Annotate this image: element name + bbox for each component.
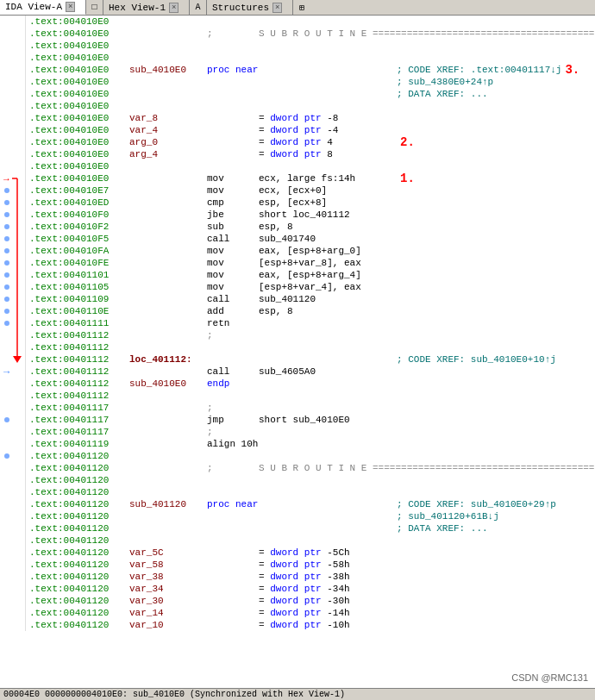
code-line[interactable]: .text:00401101moveax, [esp+8+arg_4]	[26, 269, 595, 281]
code-line[interactable]: .text:00401117;	[26, 402, 595, 414]
address: .text:00401111	[26, 317, 129, 329]
operand: = dword ptr -10h	[259, 619, 397, 631]
operand: ecx, [ecx+0]	[259, 184, 397, 197]
code-line[interactable]: .text:004010F2subesp, 8	[26, 221, 595, 233]
code-line[interactable]: .text:004010E0; S U B R O U T I N E ====…	[26, 28, 595, 40]
code-line[interactable]: .text:00401111retn	[26, 317, 595, 329]
code-line[interactable]: .text:00401112loc_401112: ; CODE XREF: s…	[26, 353, 595, 366]
code-line[interactable]: .text:00401120 ; sub_401120+61B↓j	[26, 510, 595, 522]
mnemonic: mov	[207, 257, 259, 269]
code-line[interactable]: .text:00401120var_34= dword ptr -34h	[26, 583, 595, 595]
var-def: = dword ptr -10h	[259, 620, 350, 630]
code-line[interactable]: .text:004010E0movecx, large fs:14h1.	[26, 172, 595, 184]
label: var_58	[129, 559, 207, 571]
operand: S U B R O U T I N E ====================…	[259, 462, 595, 474]
code-line[interactable]: .text:004010E0arg_4= dword ptr 8	[26, 148, 595, 160]
tab-close-structures[interactable]: ×	[272, 3, 282, 13]
address: .text:00401120	[26, 498, 129, 510]
operand: sub_4605A0	[259, 366, 397, 378]
svg-text:→: →	[3, 366, 10, 378]
code-area[interactable]: .text:004010E0.text:004010E0; S U B R O …	[26, 16, 595, 688]
code-line[interactable]: .text:004010E0 ; DATA XREF: ...	[26, 88, 595, 100]
code-line[interactable]: .text:004010F0jbeshort loc_401112	[26, 209, 595, 221]
address: .text:00401112	[26, 378, 129, 390]
code-line[interactable]: .text:00401120var_5C= dword ptr -5Ch	[26, 547, 595, 559]
code-line[interactable]: .text:004010F5callsub_401740	[26, 233, 595, 245]
code-line[interactable]: .text:00401119align 10h	[26, 438, 595, 450]
code-line[interactable]: .text:00401120var_10= dword ptr -10h	[26, 619, 595, 631]
tab-hex-view-1[interactable]: Hex View-1 ×	[103, 0, 190, 15]
address: .text:004010E0	[26, 112, 129, 124]
code-line[interactable]: .text:00401120	[26, 534, 595, 547]
operand: = dword ptr -8	[259, 112, 397, 124]
operand: [esp+8+var_8], eax	[259, 257, 397, 269]
code-line[interactable]: .text:00401112sub_4010E0endp	[26, 378, 595, 390]
address: .text:004010E0	[26, 172, 129, 184]
address: .text:004010E0	[26, 64, 129, 76]
tab-close-ida[interactable]: ×	[66, 2, 75, 12]
expand-icon3[interactable]: ⊞	[299, 3, 304, 13]
code-line[interactable]: .text:00401109callsub_401120	[26, 293, 595, 305]
code-line[interactable]: .text:00401120	[26, 450, 595, 462]
code-line[interactable]: .text:004010E0	[26, 160, 595, 172]
code-line[interactable]: .text:004010E0	[26, 100, 595, 112]
code-line[interactable]: .text:00401120var_58= dword ptr -58h	[26, 559, 595, 571]
mnemonic: align 10h	[207, 438, 259, 450]
address: .text:00401120	[26, 534, 129, 547]
label: var_34	[129, 583, 207, 595]
address: .text:00401120	[26, 547, 129, 559]
code-line[interactable]: .text:00401120sub_401120proc near ; CODE…	[26, 498, 595, 510]
code-line[interactable]: .text:004010FEmov[esp+8+var_8], eax	[26, 257, 595, 269]
address: .text:00401117	[26, 414, 129, 426]
svg-point-10	[4, 272, 9, 278]
label: arg_4	[129, 148, 207, 160]
code-line[interactable]: .text:00401120 ; DATA XREF: ...	[26, 522, 595, 534]
operand: = dword ptr 8	[259, 148, 397, 160]
tab-close-hex[interactable]: ×	[169, 3, 178, 13]
code-line[interactable]: .text:004010FAmoveax, [esp+8+arg_0]	[26, 245, 595, 257]
code-line[interactable]: .text:004010E0var_4= dword ptr -4	[26, 124, 595, 136]
code-line[interactable]: .text:00401120var_14= dword ptr -14h	[26, 607, 595, 619]
mnemonic: jbe	[207, 209, 259, 221]
code-line[interactable]: .text:00401120var_38= dword ptr -38h	[26, 571, 595, 583]
address: .text:00401112	[26, 341, 129, 353]
code-line[interactable]: .text:0040110Eaddesp, 8	[26, 305, 595, 317]
code-line[interactable]: .text:00401120	[26, 474, 595, 486]
address: .text:004010F0	[26, 209, 129, 221]
code-line[interactable]: .text:004010E0	[26, 52, 595, 64]
annotation-label: 3.	[565, 64, 579, 76]
code-line[interactable]: .text:00401112	[26, 341, 595, 353]
annotation-label: 2.	[400, 136, 415, 148]
code-line[interactable]: .text:004010EDcmpesp, [ecx+8]	[26, 197, 595, 209]
code-line[interactable]: .text:00401120	[26, 486, 595, 498]
operand: = dword ptr -14h	[259, 607, 397, 619]
expand-icon[interactable]: □	[91, 3, 97, 12]
code-line[interactable]: .text:00401117jmpshort sub_4010E0	[26, 414, 595, 426]
svg-text:→: →	[3, 174, 9, 184]
code-line[interactable]: .text:00401117;	[26, 426, 595, 438]
code-line[interactable]: .text:004010E0	[26, 16, 595, 28]
code-line[interactable]: .text:004010E0var_8= dword ptr -8	[26, 112, 595, 124]
tab-structures[interactable]: Structures ×	[207, 0, 293, 15]
label: var_8	[129, 112, 207, 124]
comment: ; sub_4380E0+24↑p	[397, 76, 493, 88]
code-line[interactable]: .text:00401120var_30= dword ptr -30h	[26, 595, 595, 607]
code-line[interactable]: .text:004010E0sub_4010E0proc near ; CODE…	[26, 64, 595, 76]
svg-point-17	[4, 453, 9, 459]
label: var_38	[129, 571, 207, 583]
expand-icon2[interactable]: A	[195, 3, 200, 12]
code-line[interactable]: .text:00401112callsub_4605A0	[26, 366, 595, 378]
var-def: = dword ptr -34h	[259, 584, 350, 594]
code-line[interactable]: .text:004010E7movecx, [ecx+0]	[26, 184, 595, 197]
code-line[interactable]: .text:004010E0	[26, 40, 595, 52]
code-line[interactable]: .text:00401105mov[esp+8+var_4], eax	[26, 281, 595, 293]
code-line[interactable]: .text:00401112;	[26, 329, 595, 341]
code-line[interactable]: .text:00401112	[26, 390, 595, 402]
mnemonic: jmp	[207, 414, 259, 426]
tab-ida-view-a[interactable]: IDA View-A ×	[0, 0, 86, 15]
code-line[interactable]: .text:004010E0arg_0= dword ptr 42.	[26, 136, 595, 148]
address: .text:00401117	[26, 402, 129, 414]
code-line[interactable]: .text:00401120; S U B R O U T I N E ====…	[26, 462, 595, 474]
code-line[interactable]: .text:004010E0 ; sub_4380E0+24↑p	[26, 76, 595, 88]
address: .text:00401101	[26, 269, 129, 281]
